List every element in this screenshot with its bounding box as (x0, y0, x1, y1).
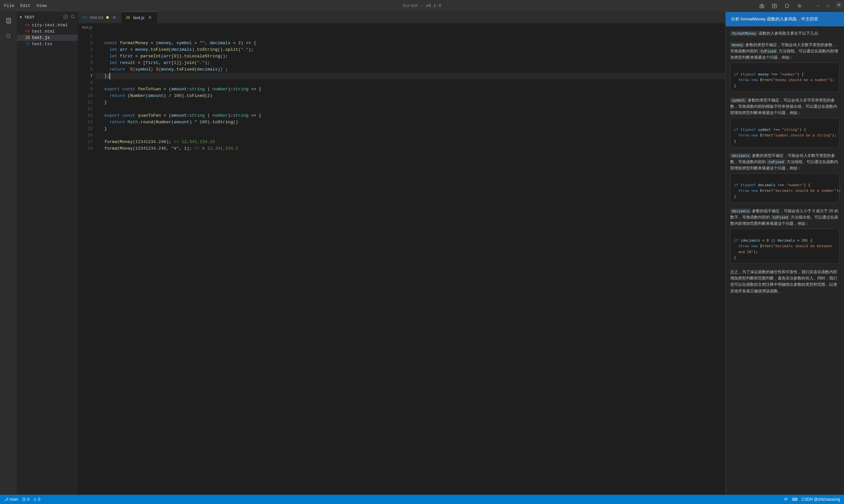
code-line-3: let arr = money.toFixed(decimals).toStri… (95, 47, 725, 53)
code-line-16 (95, 132, 725, 139)
toFixed-label-3: toFixed (771, 215, 789, 220)
input-icon[interactable]: ⌨ (792, 497, 797, 502)
js-icon: JS (25, 36, 30, 40)
tsx-tab-icon: TX (82, 16, 87, 19)
error-count[interactable]: ⓪ 0 (22, 497, 29, 502)
code-line-1 (95, 33, 725, 40)
menu-edit[interactable]: Edit (20, 3, 30, 8)
money-code-block: if (typeof money !== "number") { throw n… (730, 62, 839, 92)
decimals-type-description: decimals 参数的类型不确定，可能会传入非数字类型的参数，导致函数内部的 … (730, 152, 839, 172)
file-name: city-test.html (32, 23, 68, 28)
export-icon[interactable] (771, 3, 777, 9)
code-line-5: let result = [first, arr[1]].join("."); (95, 60, 725, 66)
line-num-9: 9 (78, 86, 93, 93)
ai-section-money: money 参数的类型不确定，可能会传入非数字类型的参数，导致函数内部的 toF… (730, 42, 839, 92)
activity-bar (0, 12, 17, 495)
tab-close-js[interactable]: ✕ (147, 15, 153, 20)
activity-explorer[interactable] (2, 15, 15, 27)
sidebar: ▾ test <> city-test.html <> test.html (17, 12, 78, 495)
line-numbers: 1 2 3 4 5 6 7 8 9 10 11 12 13 14 15 16 1… (78, 31, 95, 495)
file-name: test.js (32, 35, 50, 40)
maximize-button[interactable]: □ (826, 4, 830, 8)
toFixed-label-2: toFixed (767, 160, 785, 164)
breadcrumb-path: test.js (82, 25, 92, 30)
activity-search[interactable] (2, 30, 15, 42)
ai-section-decimals-type: decimals 参数的类型不确定，可能会传入非数字类型的参数，导致函数内部的 … (730, 152, 839, 203)
line-num-4: 4 (78, 53, 93, 60)
tab-label: test.tsx (90, 15, 104, 20)
code-line-2: const formatMoney = (money, symbol = "",… (95, 40, 725, 47)
tsx-icon: TX (25, 42, 30, 47)
code-line-11: } (95, 99, 725, 106)
ai-section-symbol: symbol 参数的类型不确定，可以会传入非字符串类型的参数，导致函数内部的模板… (730, 97, 839, 147)
decimals-type-code-block: if (typeof decimals !== "number") { thro… (730, 174, 839, 202)
code-line-18: formatMoney(12341234.246, "¥", 1); // ¥ … (95, 145, 725, 152)
line-num-12: 12 (78, 106, 93, 112)
html-icon: <> (25, 23, 30, 28)
tab-test-js[interactable]: JS test.js ✕ (122, 12, 157, 23)
ai-analysis: formatMoney 函数的入参风险主要在于以下几点: money 参数的类型… (726, 26, 844, 495)
menu-file[interactable]: File (4, 3, 14, 8)
titlebar: File Edit View Cursor - v0.1.6 ─ □ ✕ (0, 0, 844, 12)
line-num-13: 13 (78, 112, 93, 119)
minimize-button[interactable]: ─ (816, 4, 820, 8)
js-tab-icon: JS (126, 16, 130, 19)
ai-suggestion-box[interactable]: 分析 formatMoney 函数的入参风险，中文回答 (726, 12, 844, 26)
code-line-4: let first = parseInt(arr[0]).toLocaleStr… (95, 53, 725, 60)
summary-text: 总之，为了保证函数的健壮性和可靠性，我们应该在函数内部增加类型判断和范围判断，避… (730, 269, 839, 294)
code-line-9: export const fenToYuan = (amount:string … (95, 86, 725, 93)
tab-modified-indicator (106, 16, 109, 19)
symbol-description: symbol 参数的类型不确定，可以会传入非字符串类型的参数，导致函数内部的模板… (730, 97, 839, 116)
file-test-html[interactable]: <> test.html (17, 28, 78, 35)
html-icon: <> (25, 29, 30, 34)
svg-point-1 (761, 5, 763, 7)
toFixed-label-1: toFixed (759, 49, 777, 54)
file-test-js[interactable]: JS test.js (17, 35, 78, 41)
git-branch[interactable]: ⎇ main (4, 497, 18, 502)
warning-count[interactable]: ⚠ 0 (33, 497, 40, 502)
file-tree: <> city-test.html <> test.html JS test.j… (17, 21, 78, 48)
code-line-7: }; (95, 73, 725, 79)
line-num-14: 14 (78, 119, 93, 126)
search-icon[interactable] (71, 15, 75, 20)
analysis-header-text: 函数的入参风险主要在于以下几点: (759, 31, 819, 36)
code-line-17: formatMoney(12341234.246); // 12,341,234… (95, 139, 725, 145)
file-name: test.tsx (32, 41, 52, 47)
svg-point-7 (71, 15, 74, 18)
ai-section-header: formatMoney 函数的入参风险主要在于以下几点: (730, 30, 839, 37)
file-name: test.html (32, 29, 55, 34)
file-test-tsx[interactable]: TX test.tsx (17, 41, 78, 47)
statusbar-left: ⎇ main ⓪ 0 ⚠ 0 (4, 497, 40, 502)
file-city-test-html[interactable]: <> city-test.html (17, 22, 78, 28)
camera-icon[interactable] (759, 3, 765, 9)
line-num-17: 17 (78, 139, 93, 145)
svg-rect-0 (760, 5, 764, 8)
tabs-bar: TX test.tsx ✕ JS test.js ✕ (78, 12, 725, 23)
language-icon[interactable]: 中 (784, 497, 788, 502)
code-editor[interactable]: const formatMoney = (money, symbol = "",… (95, 31, 725, 495)
decimals-code-label-1: decimals (730, 153, 751, 158)
statusbar: ⎇ main ⓪ 0 ⚠ 0 中 ⌨ CSDN @zhichaosong (0, 495, 844, 504)
ai-section-decimals-range: decimals 参数的值不确定，可能会传入小于 0 或大于 20 的数字，导致… (730, 208, 839, 264)
editor-area: TX test.tsx ✕ JS test.js ✕ test.js 1 2 3… (78, 12, 725, 495)
new-file-icon[interactable] (63, 15, 68, 20)
menu-view[interactable]: View (36, 3, 47, 8)
line-num-10: 10 (78, 93, 93, 99)
app-title: Cursor - v0.1.6 (402, 3, 441, 8)
tab-test-tsx[interactable]: TX test.tsx ✕ (78, 12, 122, 23)
line-num-2: 2 (78, 40, 93, 47)
line-num-18: 18 (78, 145, 93, 152)
analysis-header: formatMoney 函数的入参风险主要在于以下几点: (730, 30, 839, 37)
tab-close-tsx[interactable]: ✕ (111, 15, 118, 20)
code-line-8 (95, 79, 725, 86)
tab-label: test.js (133, 15, 144, 20)
line-num-5: 5 (78, 60, 93, 66)
decimals-code-label-2: decimals (730, 209, 751, 214)
user-info[interactable]: CSDN @zhichaosong (802, 497, 840, 502)
sidebar-header: ▾ test (17, 13, 78, 21)
line-num-8: 8 (78, 79, 93, 86)
shield-icon[interactable] (784, 3, 790, 9)
code-line-10: return (Number(amount) / 100).toFixed(2) (95, 93, 725, 99)
settings-icon[interactable] (796, 3, 803, 9)
money-code-label: money (730, 42, 744, 48)
